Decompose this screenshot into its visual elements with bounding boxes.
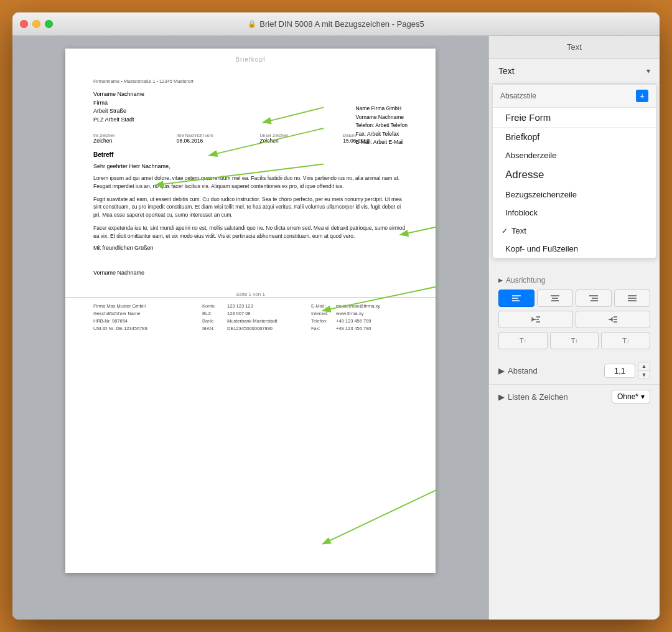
absatzstile-header: Absatzstile + [493, 85, 656, 108]
abstand-decrement-button[interactable]: ▼ [638, 370, 650, 379]
tab-center-button[interactable]: T↕ [550, 332, 599, 349]
listen-label: ▶ Listen & Zeichen [498, 392, 568, 402]
footer-hrb: HRB-Nr. 987654 [93, 318, 190, 325]
footer-geschaeft: Geschäftsführer Name [93, 310, 190, 318]
abstand-value[interactable]: 1,1 [604, 364, 635, 378]
abstand-triangle-icon: ▶ [498, 366, 505, 375]
footer-col3: E-Mail:mustermax@firma.xy Internet:www.f… [311, 303, 408, 333]
absatzstile-add-button[interactable]: + [636, 90, 648, 102]
right-address: Name Firma GmbH Vorname Nachname Telefon… [355, 105, 408, 147]
align-right-button[interactable] [576, 290, 612, 307]
panel-title: Text [489, 36, 660, 59]
footer-firma: Firma Max Muster GmbH [93, 303, 190, 310]
footer-ust: USt-ID Nr. DE-123456789 [93, 325, 190, 333]
maximize-button[interactable] [45, 20, 53, 28]
style-item-briefkopf[interactable]: Briefkopf [493, 128, 656, 146]
indent-increase-button[interactable] [576, 311, 650, 328]
tab-left-button[interactable]: T↑ [498, 332, 548, 349]
align-left-button[interactable] [498, 290, 534, 307]
betreff: Betreff [93, 151, 408, 158]
indent-decrease-button[interactable] [498, 311, 573, 328]
absatzstile-section: Absatzstile + Freie Form Briefkopf Absen… [492, 84, 656, 258]
align-buttons [498, 290, 650, 307]
align-center-button[interactable] [537, 290, 573, 307]
style-item-bezugszeichenzeile[interactable]: Bezugszeichenzeile [493, 186, 656, 204]
abstand-section: ▶ Abstand 1,1 ▲ ▼ [489, 357, 660, 384]
empfaenger-name: Vorname Nachname [93, 90, 408, 99]
abstand-stepper[interactable]: ▲ ▼ [638, 362, 650, 379]
briefkopf-label: Briefkopf [65, 49, 436, 66]
style-item-kopf-fusszeilen[interactable]: Kopf- und Fußzeilen [493, 240, 656, 258]
style-item-freie-form[interactable]: Freie Form [493, 108, 656, 127]
listen-triangle-icon: ▶ [498, 392, 505, 402]
window-body: Briefkopf Firmenname • Musterstraße 1 • … [12, 36, 660, 620]
tab-buttons: T↑ T↕ T↓ [498, 332, 650, 349]
document-page: Briefkopf Firmenname • Musterstraße 1 • … [65, 49, 436, 573]
ausrichtung-title: ▶ Ausrichtung [498, 276, 650, 285]
right-name: Vorname Nachname [355, 113, 408, 122]
lock-icon: 🔒 [248, 20, 256, 28]
listen-dropdown[interactable]: Ohne* ▾ [612, 390, 650, 403]
abstand-value-box: 1,1 ▲ ▼ [604, 362, 650, 379]
style-selector[interactable]: Text ▾ [489, 59, 660, 84]
right-panel: Text Text ▾ Absatzstile + Freie Form [488, 36, 660, 620]
minimize-button[interactable] [32, 20, 40, 28]
absatzstile-title: Absatzstile [500, 92, 536, 100]
ausrichtung-section: ▶ Ausrichtung [489, 268, 660, 357]
page-number: Seite 1 von 1 [65, 291, 436, 297]
footer-col1: Firma Max Muster GmbH Geschäftsführer Na… [93, 303, 190, 333]
style-item-adresse[interactable]: Adresse [493, 164, 656, 186]
paragraph-2: Fugit suavitate ad eam, ut essent debiti… [93, 196, 408, 219]
right-firma: Name Firma GmbH [355, 105, 408, 113]
style-dropdown-arrow[interactable]: ▾ [646, 67, 650, 75]
title-bar: 🔒 Brief DIN 5008 A mit Bezugszeichen - P… [12, 12, 660, 36]
right-email: E-Mail: Arbeit E-Mail [355, 138, 408, 147]
document-area[interactable]: Briefkopf Firmenname • Musterstraße 1 • … [12, 36, 488, 620]
align-justify-button[interactable] [614, 290, 650, 307]
bezug-unser-zeichen: Unser Zeichen Zeichen [260, 133, 325, 144]
unterschrift: Vorname Nachname [93, 270, 408, 276]
page-content: Firmenname • Musterstraße 1 • 12345 Must… [65, 66, 436, 288]
gruss: Mit freundlichen Grüßen [93, 245, 408, 251]
listen-dropdown-arrow: ▾ [641, 392, 645, 401]
paragraph-3: Facer expetenda ius te, sint mundi aperi… [93, 224, 408, 240]
abstand-increment-button[interactable]: ▲ [638, 362, 650, 370]
footer-col2: Konto:123 123 123 BLZ:123 007 08 Bank:Mu… [202, 303, 299, 333]
style-item-text[interactable]: ✓ Text [493, 222, 656, 240]
right-fax: Fax: Arbeit Telefax [355, 130, 408, 139]
mac-window: 🔒 Brief DIN 5008 A mit Bezugszeichen - P… [12, 12, 660, 620]
paragraph-1: Lorem ipsum ad qui amet dolore, vitae ce… [93, 174, 408, 191]
anrede: Sehr geehrter Herr Nachname, [93, 163, 408, 169]
close-button[interactable] [20, 20, 28, 28]
style-item-absenderzeile[interactable]: Absenderzeile [493, 146, 656, 164]
style-item-infoblock[interactable]: Infoblock [493, 204, 656, 222]
tab-right-button[interactable]: T↓ [601, 332, 650, 349]
indent-buttons [498, 311, 650, 328]
bezug-ihr-zeichen: Ihr Zeichen Zeichen [93, 133, 158, 144]
abstand-label: ▶ Abstand [498, 366, 538, 375]
ausrichtung-triangle-icon: ▶ [498, 277, 503, 283]
window-title: 🔒 Brief DIN 5008 A mit Bezugszeichen - P… [248, 19, 424, 29]
absender-line: Firmenname • Musterstraße 1 • 12345 Must… [93, 78, 408, 84]
style-dropdown-label[interactable]: Text [498, 66, 642, 76]
right-telefon: Telefon: Arbeit Telefon [355, 121, 408, 130]
bezug-nachricht: Ihre Nachricht vom 08.06.2016 [177, 133, 241, 144]
traffic-lights [20, 20, 53, 28]
page-footer: Firma Max Muster GmbH Geschäftsführer Na… [65, 297, 436, 337]
listen-section: ▶ Listen & Zeichen Ohne* ▾ [489, 384, 660, 408]
